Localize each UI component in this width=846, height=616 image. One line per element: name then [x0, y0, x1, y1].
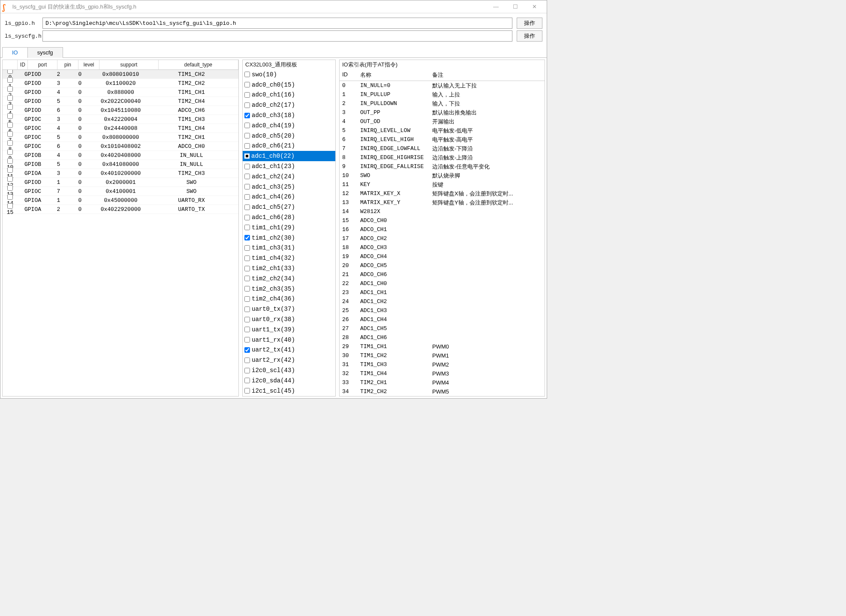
tab-syscfg[interactable]: syscfg — [27, 47, 63, 58]
table-row[interactable]: 26ADC1_CH4 — [340, 315, 545, 324]
table-row[interactable]: 32TIM1_CH4PWM3 — [340, 369, 545, 378]
item-checkbox[interactable] — [244, 255, 250, 261]
table-row[interactable]: 16ADCO_CH1 — [340, 225, 545, 234]
table-row[interactable]: 10GPIOB500x841080000IN_NULL — [3, 160, 238, 169]
list-item[interactable]: adc1_ch6(28) — [243, 212, 335, 222]
list-item[interactable]: i2c1_sda(46) — [243, 396, 335, 397]
list-item[interactable]: adc0_ch3(18) — [243, 110, 335, 120]
table-row[interactable]: 8INIRQ_EDGE_HIGHRISE边沿触发-上降沿 — [340, 153, 545, 162]
maximize-button[interactable]: ☐ — [506, 1, 525, 13]
table-row[interactable]: 15ADCO_CH0 — [340, 216, 545, 225]
row-checkbox[interactable] — [7, 131, 13, 137]
list-item[interactable]: adc1_ch5(27) — [243, 202, 335, 212]
row-checkbox[interactable] — [7, 194, 13, 200]
item-checkbox[interactable] — [244, 215, 250, 220]
list-item[interactable]: uart1_tx(39) — [243, 325, 335, 335]
table-row[interactable]: 12MATRIX_KEY_X矩阵键盘X轴，会注册到软定时... — [340, 189, 545, 198]
list-item[interactable]: adc1_ch3(25) — [243, 182, 335, 192]
table-row[interactable]: 13MATRIX_KEY_Y矩阵键盘Y轴，会注册到软定时... — [340, 198, 545, 207]
item-checkbox[interactable] — [244, 174, 250, 179]
row-checkbox[interactable] — [7, 140, 13, 146]
item-checkbox[interactable] — [244, 143, 250, 149]
table-row[interactable]: 3GPIOD500x2022C00040TIM2_CH4 — [3, 97, 238, 106]
item-checkbox[interactable] — [244, 72, 250, 77]
item-checkbox[interactable] — [244, 266, 250, 271]
item-checkbox[interactable] — [244, 225, 250, 230]
table-row[interactable]: 19ADCO_CH4 — [340, 252, 545, 261]
item-checkbox[interactable] — [244, 164, 250, 169]
row-checkbox[interactable] — [7, 176, 13, 182]
item-checkbox[interactable] — [244, 133, 250, 138]
table-row[interactable]: 22ADC1_CH0 — [340, 279, 545, 288]
list-item[interactable]: adc0_ch4(19) — [243, 120, 335, 131]
list-item[interactable]: uart0_tx(37) — [243, 304, 335, 314]
row-checkbox[interactable] — [7, 203, 13, 209]
list-item[interactable]: uart2_rx(42) — [243, 355, 335, 365]
item-checkbox[interactable] — [244, 317, 250, 322]
row-checkbox[interactable] — [7, 95, 13, 101]
row-checkbox[interactable] — [7, 113, 13, 119]
row-checkbox[interactable] — [7, 185, 13, 191]
list-item[interactable]: adc1_ch4(26) — [243, 192, 335, 202]
table-row[interactable]: 33TIM2_CH1PWM4 — [340, 378, 545, 387]
item-checkbox[interactable] — [244, 378, 250, 383]
table-row[interactable]: 5INIRQ_LEVEL_LOW电平触发-低电平 — [340, 126, 545, 135]
table-row[interactable]: 9INIRQ_EDGE_FALLRISE边沿触发-任意电平变化 — [340, 162, 545, 171]
list-item[interactable]: uart0_rx(38) — [243, 314, 335, 325]
table-row[interactable]: 15GPIOA200x4022920000UARTO_TX — [3, 205, 238, 214]
table-row[interactable]: 30TIM1_CH2PWM1 — [340, 351, 545, 360]
table-row[interactable]: 21ADCO_CH6 — [340, 270, 545, 279]
row-checkbox[interactable] — [7, 149, 13, 155]
table-row[interactable]: 12GPIOD100x2000001SWO — [3, 178, 238, 187]
item-checkbox[interactable] — [244, 276, 250, 281]
item-checkbox[interactable] — [244, 92, 250, 98]
item-checkbox[interactable] — [244, 347, 250, 353]
list-item[interactable]: i2c0_scl(43) — [243, 365, 335, 376]
table-row[interactable]: 20ADCO_CH5 — [340, 261, 545, 270]
list-item[interactable]: tim2_ch3(35) — [243, 284, 335, 294]
list-item[interactable]: tim2_ch1(33) — [243, 263, 335, 273]
item-checkbox[interactable] — [244, 82, 250, 87]
item-checkbox[interactable] — [244, 123, 250, 128]
table-row[interactable]: 4OUT_OD开漏输出 — [340, 117, 545, 126]
row-checkbox[interactable] — [7, 86, 13, 92]
table-row[interactable]: 24ADC1_CH2 — [340, 297, 545, 306]
checkbox-icon[interactable] — [244, 153, 250, 159]
syscfg-action-button[interactable]: 操作 — [517, 30, 542, 42]
item-checkbox[interactable] — [244, 306, 250, 312]
list-item[interactable]: uart1_rx(40) — [243, 335, 335, 345]
list-item[interactable]: adc1_ch1(23) — [243, 161, 335, 171]
table-row[interactable]: 25ADC1_CH3 — [340, 306, 545, 315]
table-row[interactable]: 5GPIOC300x42220004TIM1_CH3 — [3, 115, 238, 124]
item-checkbox[interactable] — [244, 337, 250, 343]
table-row[interactable]: 0IN_NULL=0默认输入无上下拉 — [340, 81, 545, 90]
item-checkbox[interactable] — [244, 194, 250, 200]
list-item[interactable]: tim2_ch4(36) — [243, 294, 335, 304]
tab-io[interactable]: IO — [2, 47, 28, 58]
list-item[interactable]: adc1_ch0(22) — [243, 151, 335, 161]
list-item[interactable]: adc1_ch2(24) — [243, 171, 335, 182]
table-row[interactable]: 13GPIOC700x4100001SWO — [3, 187, 238, 196]
item-checkbox[interactable] — [244, 358, 250, 363]
table-row[interactable]: 14GPIOA100x45000000UARTO_RX — [3, 196, 238, 205]
table-row[interactable]: 11GPIOA300x4010200000TIM2_CH3 — [3, 169, 238, 178]
table-row[interactable]: 31TIM1_CH3PWM2 — [340, 360, 545, 369]
close-button[interactable]: ✕ — [525, 1, 544, 13]
row-checkbox[interactable] — [7, 70, 13, 74]
gpio-path-input[interactable] — [42, 18, 512, 29]
item-checkbox[interactable] — [244, 245, 250, 251]
index-body[interactable]: 0IN_NULL=0默认输入无上下拉1IN_PULLUP输入，上拉2IN_PUL… — [340, 81, 545, 396]
gpio-action-button[interactable]: 操作 — [517, 18, 542, 29]
list-item[interactable]: adc0_ch2(17) — [243, 100, 335, 110]
table-row[interactable]: 3OUT_PP默认输出推免输出 — [340, 108, 545, 117]
item-checkbox[interactable] — [244, 388, 250, 394]
table-row[interactable]: 0GPIOD200x808010010TIM1_CH2 — [3, 70, 238, 79]
list-item[interactable]: i2c1_scl(45) — [243, 386, 335, 396]
table-row[interactable]: 29TIM1_CH1PWM0 — [340, 342, 545, 351]
row-checkbox[interactable] — [7, 77, 13, 83]
checklist-body[interactable]: swo(10)adc0_ch0(15)adc0_ch1(16)adc0_ch2(… — [243, 69, 335, 396]
table-row[interactable]: 7INIRQ_EDGE_LOWFALL边沿触发-下降沿 — [340, 144, 545, 153]
list-item[interactable]: tim1_ch2(30) — [243, 233, 335, 243]
list-item[interactable]: swo(10) — [243, 69, 335, 80]
row-checkbox[interactable] — [7, 158, 13, 164]
